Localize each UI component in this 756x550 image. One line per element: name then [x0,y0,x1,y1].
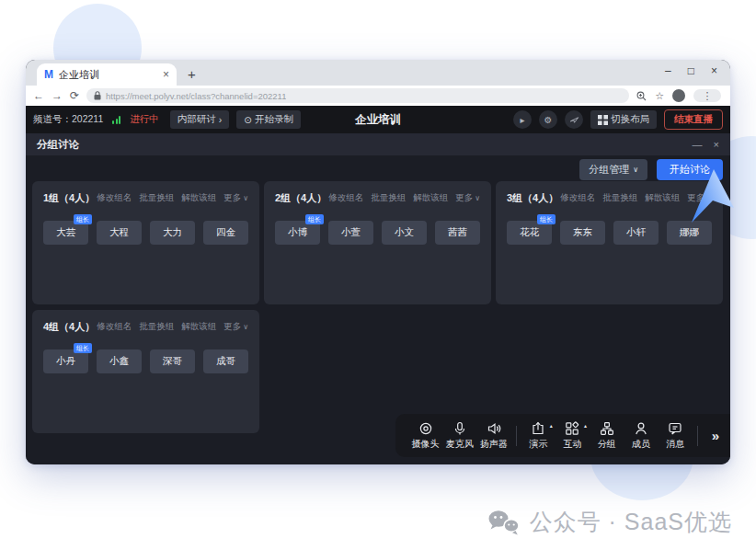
back-icon[interactable]: ← [33,89,44,102]
panel-minimize-icon[interactable]: — [693,140,703,150]
start-discussion-button[interactable]: 开始讨论 [657,159,723,180]
group-card: 1组（4人） 修改组名 批量换组 解散该组 更多∨ 大芸组长 大程 大力 四金 [32,181,259,304]
expand-toolbar-button[interactable]: » [706,428,725,443]
member-chip[interactable]: 小丹组长 [43,349,88,373]
forward-icon[interactable]: → [52,89,63,102]
member-chip[interactable]: 东东 [560,221,605,245]
rename-group-action[interactable]: 修改组名 [560,192,595,204]
app-top-bar: 频道号：202211 进行中 内部研讨› ⊙开始录制 企业培训 ▸ ⚙ 切换布局… [26,106,730,133]
group-name: 4组（4人） [43,320,95,334]
group-card: 4组（4人） 修改组名 批量换组 解散该组 更多∨ 小丹组长 小鑫 深哥 成哥 [32,310,259,433]
settings-gear-icon[interactable]: ⚙ [539,110,557,129]
signal-strength-icon [112,116,120,124]
batch-move-action[interactable]: 批量换组 [139,321,174,333]
browser-menu-button[interactable]: ⋮ [693,89,721,102]
member-chip[interactable]: 小博组长 [275,221,320,245]
internal-seminar-button[interactable]: 内部研讨› [170,110,230,129]
members-button[interactable]: 成员 [624,421,658,451]
panel-title: 分组讨论 [37,138,79,152]
more-action[interactable]: 更多∨ [223,192,248,204]
member-chip[interactable]: 小轩 [613,221,659,245]
interaction-button[interactable]: ▴ 互动 [556,421,590,451]
rename-group-action[interactable]: 修改组名 [97,321,132,333]
browser-window: M 企业培训 × + – □ × ← → ⟳ https://meet.poly… [26,60,730,464]
breakout-group-button[interactable]: 分组 [590,421,624,451]
speaker-button[interactable]: 扬声器 [476,421,510,451]
member-chip[interactable]: 成哥 [203,349,248,373]
reload-icon[interactable]: ⟳ [70,89,79,102]
chevron-down-icon: ∨ [633,166,638,174]
window-maximize-button[interactable]: □ [688,65,694,76]
more-action[interactable]: 更多∨ [223,321,248,333]
group-name: 3组（4人） [507,191,558,205]
leader-badge: 组长 [305,214,324,224]
browser-profile-avatar[interactable] [672,89,685,102]
end-live-button[interactable]: 结束直播 [664,109,723,130]
new-tab-button[interactable]: + [188,66,196,82]
batch-move-action[interactable]: 批量换组 [602,192,637,204]
group-name: 2组（4人） [275,191,326,205]
caret-up-icon: ▴ [550,422,553,429]
camera-button[interactable]: 摄像头 [408,421,442,451]
member-chip[interactable]: 四金 [203,221,248,245]
dissolve-group-action[interactable]: 解散该组 [181,192,216,204]
chevron-down-icon: ∨ [243,194,248,202]
window-close-button[interactable]: × [711,65,717,76]
dissolve-group-action[interactable]: 解散该组 [181,321,216,333]
member-chip[interactable]: 小鑫 [97,349,142,373]
rename-group-action[interactable]: 修改组名 [97,192,132,204]
member-chip[interactable]: 大力 [150,221,195,245]
batch-move-action[interactable]: 批量换组 [139,192,174,204]
playback-icon[interactable]: ▸ [513,110,532,129]
url-text: https://meet.polyv.net/class?channelid=2… [106,91,286,101]
channel-number-label: 频道号：202211 [33,113,103,126]
group-manage-button[interactable]: 分组管理∨ [579,159,647,180]
member-chip[interactable]: 小文 [382,221,427,245]
zoom-icon[interactable] [636,91,647,101]
leader-badge: 组长 [74,343,92,353]
watermark: 公众号 · SaaS优选 [487,507,732,537]
group-cards-grid: 1组（4人） 修改组名 批量换组 解散该组 更多∨ 大芸组长 大程 大力 四金 [32,181,724,433]
member-chip[interactable]: 娜娜 [667,221,712,245]
member-chip[interactable]: 花花组长 [507,221,552,245]
watermark-text: 公众号 · SaaS优选 [530,507,732,537]
chevron-down-icon: ∨ [243,323,248,331]
browser-address-bar: ← → ⟳ https://meet.polyv.net/class?chann… [26,86,730,106]
members-icon [634,421,648,436]
switch-layout-button[interactable]: 切换布局 [590,110,657,129]
dissolve-group-action[interactable]: 解散该组 [413,192,448,204]
member-chip[interactable]: 大芸组长 [43,221,88,245]
message-button[interactable]: 消息 [659,421,693,451]
window-minimize-button[interactable]: – [665,65,671,76]
breakout-group-icon [600,421,614,436]
microphone-button[interactable]: 麦克风 [442,421,476,451]
batch-move-action[interactable]: 批量换组 [371,192,406,204]
present-icon [531,421,545,436]
record-icon: ⊙ [244,114,252,125]
more-action[interactable]: 更多∨ [455,192,480,204]
leader-badge: 组长 [537,214,556,224]
live-status-label: 进行中 [130,113,159,126]
toolbar-divider [697,426,698,446]
tab-close-icon[interactable]: × [163,68,169,81]
present-button[interactable]: ▴ 演示 [521,421,556,451]
group-card: 2组（4人） 修改组名 批量换组 解散该组 更多∨ 小博组长 小萱 小文 茜茜 [264,181,491,304]
interaction-icon [565,421,579,436]
browser-tab[interactable]: M 企业培训 × [37,63,177,86]
rename-group-action[interactable]: 修改组名 [328,192,363,204]
toolbar-divider [516,426,517,446]
share-promote-icon[interactable] [565,110,583,129]
dissolve-group-action[interactable]: 解散该组 [645,192,680,204]
member-chip[interactable]: 茜茜 [435,221,480,245]
panel-close-icon[interactable]: × [714,140,719,150]
more-action[interactable]: 更多∨ [687,192,712,204]
leader-badge: 组长 [74,214,92,224]
member-chip[interactable]: 大程 [97,221,142,245]
start-recording-button[interactable]: ⊙开始录制 [236,110,301,129]
message-icon [668,421,682,436]
bookmark-star-icon[interactable]: ☆ [655,90,664,102]
camera-icon [418,421,433,436]
url-bar[interactable]: https://meet.polyv.net/class?channelid=2… [86,88,629,103]
member-chip[interactable]: 小萱 [328,221,373,245]
member-chip[interactable]: 深哥 [150,349,195,373]
